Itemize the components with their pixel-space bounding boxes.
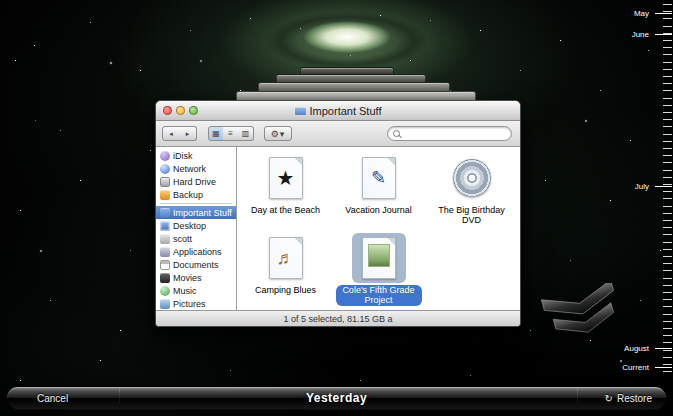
status-text: 1 of 5 selected, 81.15 GB a — [283, 314, 392, 324]
music-icon — [160, 286, 170, 296]
timeline-month-august[interactable]: August — [624, 344, 649, 353]
sidebar-item-idisk[interactable]: iDisk — [156, 149, 236, 162]
window-toolbar: ◂ ▸ ▦ ≡ ▥ ⚙▾ — [156, 121, 520, 147]
restore-arrow-icon: ↻ — [605, 393, 613, 404]
zoom-button[interactable] — [189, 106, 198, 115]
desktop-icon — [160, 221, 170, 231]
action-menu-button[interactable]: ⚙▾ — [264, 126, 292, 141]
sidebar-item-important-stuff[interactable]: Important Stuff — [156, 206, 236, 219]
sidebar-item-label: iDisk — [173, 151, 193, 161]
sidebar-item-scott[interactable]: scott — [156, 232, 236, 245]
home-icon — [160, 234, 170, 244]
dvd-icon — [455, 157, 489, 199]
sidebar-item-documents[interactable]: Documents — [156, 258, 236, 271]
timeline-ticks[interactable] — [663, 4, 672, 376]
sidebar-item-label: Hard Drive — [173, 177, 216, 187]
sidebar-item-label: Backup — [173, 190, 203, 200]
icon-view-button[interactable]: ▦ — [208, 126, 224, 141]
file-camping-blues[interactable]: ♬Camping Blues — [239, 233, 332, 313]
minimize-button[interactable] — [176, 106, 185, 115]
sidebar-separator — [160, 203, 232, 204]
list-view-button[interactable]: ≡ — [223, 126, 239, 141]
chevron-down-icon: ▾ — [280, 129, 286, 139]
timeline-month-tick — [655, 367, 672, 368]
file-label: Day at the Beach — [247, 205, 324, 216]
pictures-icon — [160, 299, 170, 309]
file-day-at-the-beach[interactable]: ★Day at the Beach — [239, 153, 332, 233]
file-label: Vacation Journal — [341, 205, 415, 216]
documents-icon — [160, 260, 170, 270]
sidebar-item-label: Important Stuff — [173, 208, 232, 218]
bar-divider — [577, 389, 578, 407]
file-label: Cole's Fifth Grade Project — [336, 285, 422, 306]
file-icon-selection: ✎ — [352, 153, 406, 203]
hard-drive-icon — [160, 177, 170, 187]
sidebar-item-desktop[interactable]: Desktop — [156, 219, 236, 232]
file-grid: ★Day at the Beach✎Vacation JournalThe Bi… — [237, 147, 520, 310]
folder-icon — [160, 208, 170, 218]
timeline-month-tick — [655, 13, 672, 14]
time-machine-bar: Cancel Yesterday ↻ Restore — [6, 386, 667, 410]
back-icon: ◂ — [169, 130, 173, 138]
file-cole-s-fifth-grade-project[interactable]: Cole's Fifth Grade Project — [332, 233, 425, 313]
file-icon-selection: ★ — [259, 153, 313, 203]
status-bar: 1 of 5 selected, 81.15 GB a — [156, 310, 520, 326]
sidebar-item-music[interactable]: Music — [156, 284, 236, 297]
sidebar-item-label: Music — [173, 286, 197, 296]
window-titlebar[interactable]: Important Stuff — [156, 101, 520, 121]
sidebar-item-label: Documents — [173, 260, 219, 270]
restore-label: Restore — [617, 393, 652, 404]
forward-button[interactable]: ▸ — [179, 126, 197, 141]
window-title-text: Important Stuff — [310, 105, 382, 117]
sidebar-item-backup[interactable]: Backup — [156, 188, 236, 201]
timeline-month-may[interactable]: May — [634, 9, 649, 18]
idisk-icon — [160, 151, 170, 161]
timeline-nav-arrows[interactable] — [540, 283, 624, 339]
sidebar-item-label: Network — [173, 164, 206, 174]
list-view-icon: ≡ — [228, 129, 233, 138]
network-icon — [160, 164, 170, 174]
search-icon — [393, 130, 400, 137]
timeline-month-tick — [655, 34, 672, 35]
timeline-month-tick — [655, 348, 672, 349]
backup-icon — [160, 190, 170, 200]
close-button[interactable] — [163, 106, 172, 115]
starfield-bright — [0, 0, 2, 2]
sidebar-item-label: Pictures — [173, 299, 206, 309]
file-the-big-birthday-dvd[interactable]: The Big Birthday DVD — [425, 153, 518, 233]
movie-star-icon: ★ — [269, 157, 303, 199]
sidebar-item-movies[interactable]: Movies — [156, 271, 236, 284]
file-vacation-journal[interactable]: ✎Vacation Journal — [332, 153, 425, 233]
sidebar-item-hard-drive[interactable]: Hard Drive — [156, 175, 236, 188]
time-machine-screen: Important Stuff ◂ ▸ ▦ ≡ ▥ ⚙▾ iDiskNetwor… — [0, 0, 673, 416]
back-button[interactable]: ◂ — [162, 126, 180, 141]
sidebar-item-label: Desktop — [173, 221, 206, 231]
restore-button[interactable]: ↻ Restore — [605, 393, 652, 404]
applications-icon — [160, 247, 170, 257]
sidebar-item-label: Movies — [173, 273, 202, 283]
sidebar-item-pictures[interactable]: Pictures — [156, 297, 236, 310]
journal-pen-icon: ✎ — [362, 157, 396, 199]
sidebar-item-applications[interactable]: Applications — [156, 245, 236, 258]
timeline-month-current[interactable]: Current — [622, 363, 649, 372]
school-project-icon — [362, 237, 396, 279]
search-input[interactable] — [400, 128, 521, 140]
file-label: The Big Birthday DVD — [425, 205, 518, 226]
file-label: Camping Blues — [251, 285, 320, 296]
column-view-icon: ▥ — [242, 129, 250, 138]
timeline-month-july[interactable]: July — [635, 182, 649, 191]
guitar-audio-icon: ♬ — [269, 237, 303, 279]
window-title: Important Stuff — [295, 105, 382, 117]
search-field[interactable] — [387, 126, 512, 141]
timeline-month-june[interactable]: June — [632, 30, 649, 39]
file-icon-selection — [445, 153, 499, 203]
window-body: iDiskNetworkHard DriveBackupImportant St… — [156, 147, 520, 310]
file-icon-selection — [352, 233, 406, 283]
icon-view-icon: ▦ — [212, 129, 220, 138]
column-view-button[interactable]: ▥ — [238, 126, 254, 141]
finder-window: Important Stuff ◂ ▸ ▦ ≡ ▥ ⚙▾ iDiskNetwor… — [155, 100, 521, 327]
forward-icon: ▸ — [186, 130, 190, 138]
timeline-month-tick — [655, 186, 672, 187]
sidebar-item-label: scott — [173, 234, 192, 244]
sidebar-item-network[interactable]: Network — [156, 162, 236, 175]
